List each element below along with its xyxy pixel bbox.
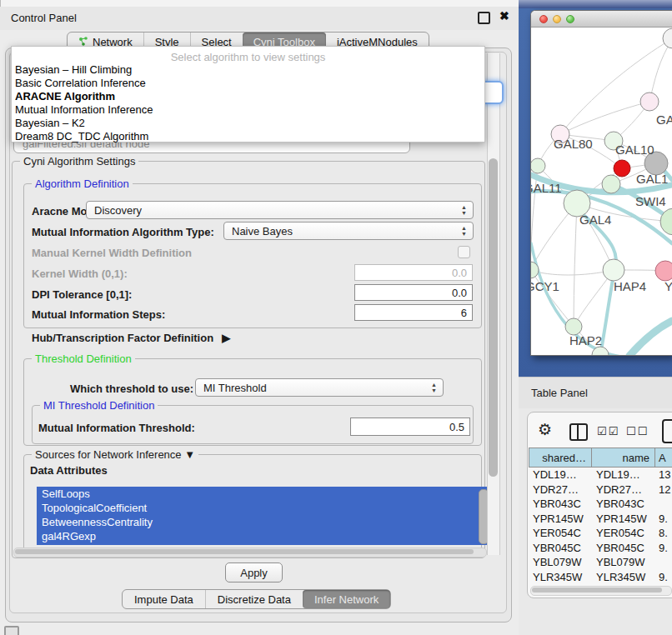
network-view-window: GAL GAL80 GAL10 GAL1 GAL11 SWI4 GAL4 GCY…	[530, 10, 672, 356]
manual-kernel-width-label: Manual Kernel Width Definition	[32, 247, 192, 259]
float-panel-icon[interactable]	[478, 12, 490, 24]
cell-shared: YBR043C	[529, 497, 592, 512]
node-pink[interactable]	[655, 261, 672, 281]
dropdown-item[interactable]: Basic Correlation Inference	[12, 77, 484, 90]
cell-shared: YPR145W	[529, 512, 592, 527]
tab-impute-data[interactable]: Impute Data	[123, 590, 205, 608]
dpi-tolerance-field[interactable]: 0.0	[354, 284, 473, 301]
gear-icon[interactable]: ⚙	[538, 420, 552, 439]
cell-name: YDL19…	[592, 468, 655, 482]
dropdown-item[interactable]: Bayesian – K2	[12, 117, 484, 130]
column-header-shared[interactable]: shared…	[529, 448, 592, 468]
node-label: HAP2	[569, 333, 602, 348]
cell-shared: YLR345W	[529, 570, 592, 585]
manual-kernel-width-checkbox[interactable]	[458, 246, 470, 258]
cell-name: YLR345W	[592, 570, 655, 585]
sources-title-text: Sources for Network Inference	[35, 448, 182, 461]
close-panel-icon[interactable]: ✖	[499, 9, 509, 22]
expanded-arrow-icon[interactable]: ▼	[184, 448, 195, 461]
data-attributes-list: SelfLoops TopologicalCoefficient Between…	[37, 487, 492, 545]
which-threshold-combobox[interactable]: MI Threshold ▲▼	[195, 378, 444, 397]
list-item[interactable]: BetweennessCentrality	[37, 515, 492, 529]
table-horizontal-scrollbar[interactable]	[530, 586, 672, 596]
node-label: GCY1	[531, 279, 559, 293]
node-label: GAL10	[615, 142, 654, 157]
control-panel-titlebar	[0, 7, 519, 30]
node-label: Y	[664, 279, 672, 293]
deselect-all-icon[interactable]: ☐☐	[626, 425, 649, 438]
spinner-arrows-icon: ▲▼	[431, 382, 437, 393]
column-header-name[interactable]: name	[592, 448, 655, 468]
node-label: GAL11	[531, 181, 562, 195]
tab-discretize-data[interactable]: Discretize Data	[205, 590, 303, 608]
collapsed-arrow-icon: ▶	[222, 332, 230, 344]
mi-steps-label: Mutual Information Steps:	[32, 308, 165, 321]
tab-infer-network[interactable]: Infer Network	[303, 590, 390, 608]
mi-threshold-field[interactable]: 0.5	[350, 418, 470, 436]
mi-algorithm-type-label: Mutual Information Algorithm Type:	[32, 226, 214, 238]
table-row[interactable]: YDR27… YDR27… 12	[529, 482, 672, 498]
table-row[interactable]: YER054C YER054C 8.	[529, 526, 672, 541]
node-gal11[interactable]	[531, 158, 545, 173]
dropdown-item[interactable]: Bayesian – Hill Climbing	[12, 63, 484, 77]
which-threshold-label: Which threshold to use:	[70, 382, 193, 395]
algorithm-dropdown-popup: Select algorithm to view settings Bayesi…	[11, 46, 485, 142]
network-window-titlebar[interactable]	[531, 11, 672, 28]
threshold-definition-title: Threshold Definition	[32, 352, 135, 365]
dropdown-item-selected[interactable]: ARACNE Algorithm	[12, 90, 484, 103]
node-hap4[interactable]	[603, 259, 624, 281]
cell-value	[655, 555, 672, 570]
zoom-window-icon[interactable]	[566, 15, 574, 23]
node-label: GAL1	[636, 172, 668, 186]
spinner-arrows-icon: ▲▼	[461, 225, 467, 237]
dropdown-item[interactable]: Dream8 DC_TDC Algorithm	[12, 130, 484, 143]
mi-algorithm-type-combobox[interactable]: Naive Bayes ▲▼	[223, 222, 474, 240]
mi-steps-field[interactable]: 6	[354, 304, 473, 321]
aracne-mode-combobox[interactable]: Discovery ▲▼	[86, 201, 474, 219]
cell-value: 9.	[655, 541, 672, 556]
dpi-tolerance-label: DPI Tolerance [0,1]:	[32, 288, 132, 301]
aracne-mode-value: Discovery	[94, 204, 142, 217]
list-item[interactable]: SelfLoops	[37, 487, 492, 501]
cell-value: 13	[655, 468, 672, 482]
select-all-icon[interactable]: ☑☑	[597, 425, 619, 438]
kernel-width-field[interactable]: 0.0	[354, 264, 473, 281]
table-row[interactable]: YBR045C YBR045C 9.	[529, 541, 672, 556]
close-window-icon[interactable]	[539, 15, 548, 23]
hub-tf-definition-toggle[interactable]: Hub/Transcription Factor Definition ▶	[32, 332, 230, 344]
cyni-bottom-tabbar: Impute Data Discretize Data Infer Networ…	[122, 589, 391, 609]
list-item[interactable]: gal4RGexp	[37, 529, 492, 543]
table-row[interactable]: YBR043C YBR043C	[529, 497, 672, 512]
scrollbar-thumb[interactable]	[532, 588, 662, 592]
node-swi4[interactable]	[602, 175, 620, 193]
apply-button[interactable]: Apply	[225, 562, 283, 582]
node-hap2[interactable]	[565, 318, 582, 335]
cell-name: YBL079W	[592, 555, 655, 570]
list-item[interactable]: TopologicalCoefficient	[37, 501, 492, 515]
minimize-window-icon[interactable]	[553, 15, 561, 23]
tab-impute-data-label: Impute Data	[134, 593, 193, 606]
kernel-width-label: Kernel Width (0,1):	[32, 268, 128, 280]
table-header-row: shared… name A	[529, 448, 672, 468]
network-canvas[interactable]: GAL GAL80 GAL10 GAL1 GAL11 SWI4 GAL4 GCY…	[531, 28, 672, 355]
node[interactable]	[663, 28, 672, 48]
table-row[interactable]: YBL079W YBL079W	[529, 555, 672, 570]
hub-tf-definition-label: Hub/Transcription Factor Definition	[32, 332, 213, 344]
column-header-third[interactable]: A	[655, 448, 672, 468]
node-selected-red[interactable]	[614, 160, 630, 177]
scrollbar-thumb[interactable]	[489, 158, 498, 477]
node-label: HAP4	[614, 279, 646, 293]
function-builder-icon[interactable]	[662, 419, 672, 443]
settings-horizontal-scrollbar[interactable]	[13, 548, 487, 558]
cell-shared: YDL19…	[529, 468, 592, 482]
cell-name: YPR145W	[592, 512, 655, 527]
scrollbar-thumb[interactable]	[15, 549, 474, 554]
table-row[interactable]: YLR345W YLR345W 9.	[529, 570, 672, 585]
table-row[interactable]: YPR145W YPR145W 9.	[529, 512, 672, 527]
node[interactable]	[640, 92, 659, 111]
dock-panel-button[interactable]	[4, 626, 19, 635]
table-row[interactable]: YDL19… YDL19… 13	[529, 468, 672, 482]
columns-icon[interactable]	[569, 423, 588, 441]
cell-name: YER054C	[592, 526, 655, 541]
dropdown-item[interactable]: Mutual Information Inference	[12, 103, 484, 117]
